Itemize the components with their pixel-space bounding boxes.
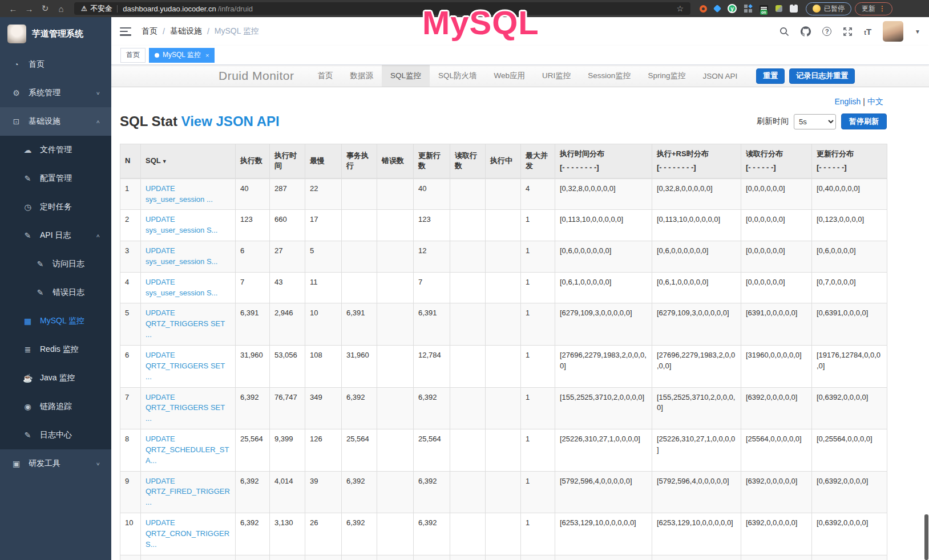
druid-nav-Spring监控[interactable]: Spring监控 — [639, 65, 694, 87]
hamburger-icon[interactable] — [120, 27, 131, 36]
druid-nav-Session监控[interactable]: Session监控 — [579, 65, 639, 87]
sql-link[interactable]: UPDATE QRTZ_TRIGGERS SET ... — [146, 393, 225, 423]
sql-link[interactable]: UPDATE QRTZ_SCHEDULER_STA... — [146, 435, 229, 465]
druid-nav-JSON API[interactable]: JSON API — [694, 65, 746, 87]
user-avatar[interactable] — [883, 21, 903, 42]
browser-forward-icon[interactable]: → — [22, 2, 37, 15]
sidebar-item-error-log[interactable]: ✎错误日志 — [0, 278, 111, 307]
druid-brand[interactable]: Druid Monitor — [219, 69, 294, 83]
browser-reload-icon[interactable]: ↻ — [38, 2, 52, 15]
druid-nav-URI监控[interactable]: URI监控 — [534, 65, 579, 87]
fullscreen-icon[interactable] — [843, 27, 853, 36]
sidebar-item-config-manage[interactable]: ✎配置管理 — [0, 164, 111, 193]
paused-label: 已暂停 — [824, 4, 845, 14]
lang-english-link[interactable]: English — [834, 97, 861, 106]
extension-grid-icon[interactable] — [744, 5, 752, 13]
col-header-执行时间分布[interactable]: 执行时间分布[- - - - - - - -] — [555, 144, 652, 178]
sidebar-item-cron-job[interactable]: ◷定时任务 — [0, 193, 111, 221]
profile-paused-pill[interactable]: 已暂停 — [806, 2, 851, 15]
font-size-icon[interactable]: tT — [864, 27, 871, 36]
log-and-reset-button[interactable]: 记录日志并重置 — [789, 68, 855, 84]
col-header-执行中[interactable]: 执行中 — [486, 144, 521, 178]
sql-link[interactable]: UPDATE sys_user_session S... — [146, 278, 217, 297]
col-header-错误数[interactable]: 错误数 — [377, 144, 414, 178]
sql-link[interactable]: UPDATE QRTZ_TRIGGERS SET ... — [146, 309, 225, 339]
cell-最慢: 61 — [305, 555, 342, 560]
cell-执行中 — [486, 429, 521, 472]
col-header-更新行分布[interactable]: 更新行分布[- - - - - -] — [812, 144, 887, 178]
browser-back-icon[interactable]: ← — [6, 2, 21, 15]
druid-nav-首页[interactable]: 首页 — [309, 65, 342, 87]
col-header-最大并发[interactable]: 最大并发 — [521, 144, 555, 178]
cell-执行时间: 287 — [270, 178, 305, 210]
sql-link[interactable]: UPDATE QRTZ_TRIGGERS SET ... — [146, 351, 225, 381]
help-icon[interactable]: ? — [822, 27, 831, 36]
druid-nav-数据源[interactable]: 数据源 — [342, 65, 382, 87]
breadcrumb-home[interactable]: 首页 — [142, 26, 157, 36]
sidebar-item-home[interactable]: ◔首页 — [0, 50, 111, 79]
cell-执行数: 25,564 — [236, 429, 270, 472]
breadcrumb-infra[interactable]: 基础设施 — [170, 26, 202, 36]
tag-0[interactable]: 首页 — [120, 48, 146, 63]
sidebar-item-trace[interactable]: ◉链路追踪 — [0, 392, 111, 421]
extension-list-icon[interactable]: on — [760, 5, 768, 13]
cell-执行时间分布: [6253,129,10,0,0,0,0,0] — [555, 513, 652, 555]
refresh-interval-select[interactable]: 5s — [794, 114, 836, 129]
sidebar-item-redis-monitor[interactable]: ≣Redis 监控 — [0, 335, 111, 364]
search-icon[interactable] — [779, 27, 789, 36]
col-header-N[interactable]: N — [120, 144, 141, 178]
sidebar-item-mysql-monitor[interactable]: ▦MySQL 监控 — [0, 307, 111, 335]
close-icon[interactable]: × — [205, 52, 209, 59]
address-bar[interactable]: ⚠不安全 dashboard.yudao.iocoder.cn/infra/dr… — [74, 2, 690, 15]
sidebar-item-devtools[interactable]: ▣研发工具∨ — [0, 449, 111, 478]
col-header-执行+RS时分布[interactable]: 执行+RS时分布[- - - - - - - -] — [652, 144, 741, 178]
security-label[interactable]: 不安全 — [91, 4, 112, 14]
cell-错误数 — [377, 387, 414, 429]
col-header-SQL[interactable]: SQL▼ — [141, 144, 236, 178]
sidebar-item-file-manage[interactable]: ☁文件管理 — [0, 136, 111, 164]
sql-link[interactable]: UPDATE sys_user_session S... — [146, 246, 217, 266]
col-header-更新行数[interactable]: 更新行数 — [414, 144, 450, 178]
bookmark-star-icon[interactable]: ☆ — [676, 4, 684, 13]
cell-更新行数: 25,564 — [414, 429, 450, 472]
cell-执行中 — [486, 513, 521, 555]
sidebar-item-system[interactable]: ⚙系统管理∨ — [0, 79, 111, 107]
tag-active-1[interactable]: MySQL 监控× — [149, 48, 215, 63]
col-header-最慢[interactable]: 最慢 — [305, 144, 342, 178]
sidebar-item-api-log[interactable]: ✎API 日志∧ — [0, 221, 111, 250]
sql-link[interactable]: UPDATE QRTZ_FIRED_TRIGGER... — [146, 477, 230, 507]
col-header-读取行数[interactable]: 读取行数 — [450, 144, 486, 178]
druid-nav-SQL监控[interactable]: SQL监控 — [382, 65, 430, 87]
extension-donut-icon[interactable] — [700, 5, 707, 13]
menu-dots-icon[interactable]: ⋮ — [879, 5, 886, 13]
druid-nav-SQL防火墙[interactable]: SQL防火墙 — [430, 65, 486, 87]
sql-link[interactable]: UPDATE QRTZ_CRON_TRIGGERS... — [146, 518, 229, 549]
col-header-事务执行[interactable]: 事务执行 — [342, 144, 377, 178]
chevron-down-icon[interactable]: ▼ — [915, 29, 920, 35]
sidebar-item-access-log[interactable]: ✎访问日志 — [0, 250, 111, 278]
extension-y-icon[interactable]: y — [728, 4, 737, 13]
extension-gem-icon[interactable] — [713, 5, 721, 13]
browser-home-icon[interactable]: ⌂ — [54, 2, 68, 15]
sidebar-item-java-monitor[interactable]: ☕Java 监控 — [0, 364, 111, 392]
col-header-执行时间[interactable]: 执行时间 — [270, 144, 305, 178]
cell-N: 1 — [120, 178, 141, 210]
page-scrollbar-thumb[interactable] — [924, 514, 928, 560]
extensions-puzzle-icon[interactable] — [790, 5, 798, 13]
druid-nav-Web应用[interactable]: Web应用 — [486, 65, 534, 87]
browser-update-pill[interactable]: 更新 ⋮ — [855, 2, 892, 15]
col-header-读取行分布[interactable]: 读取行分布[- - - - - -] — [741, 144, 812, 178]
extension-camera-icon[interactable] — [775, 5, 782, 12]
reset-button[interactable]: 重置 — [756, 68, 785, 84]
github-icon[interactable] — [801, 26, 811, 36]
sidebar-item-log-center[interactable]: ✎日志中心 — [0, 421, 111, 449]
lang-chinese-link[interactable]: 中文 — [867, 97, 883, 106]
cell-执行中 — [486, 210, 521, 241]
sql-link[interactable]: UPDATE sys_user_session S... — [146, 215, 217, 234]
view-json-api-link[interactable]: View JSON API — [181, 113, 280, 129]
sql-link[interactable]: UPDATE sys_user_session ... — [146, 184, 213, 204]
col-header-执行数[interactable]: 执行数 — [236, 144, 270, 178]
sidebar-item-infrastructure[interactable]: ⊡基础设施∧ — [0, 107, 111, 136]
cell-执行中 — [486, 178, 521, 210]
pause-refresh-button[interactable]: 暂停刷新 — [841, 113, 887, 129]
